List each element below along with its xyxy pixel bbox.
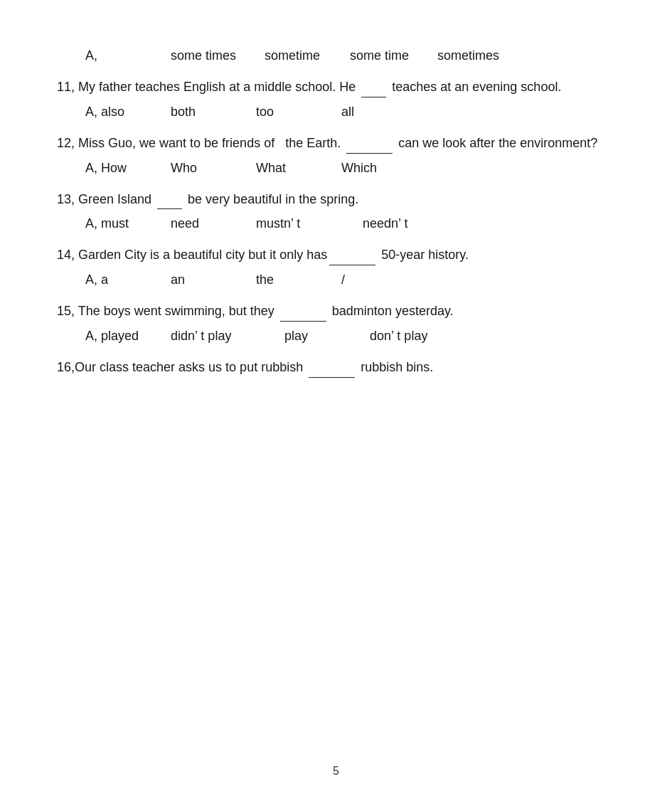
q15-number: 15, The boys went swimming, but they bad…	[57, 304, 454, 318]
page-number-text: 5	[333, 765, 339, 777]
q12-blank	[346, 132, 393, 154]
option-13-d: needn’ t	[363, 216, 420, 231]
options-row-14: A, a an the /	[85, 272, 615, 287]
option-11-label: A, also	[85, 105, 142, 120]
option-13-label: A, must	[85, 216, 142, 231]
option-11-d: all	[341, 105, 398, 120]
option-13-c: mustn’ t	[256, 216, 334, 231]
q12-number: 12, Miss Guo, we want to be friends of t…	[57, 136, 597, 150]
q16-blank	[309, 356, 355, 378]
options-row-12: A, How Who What Which	[85, 161, 615, 176]
option-10-a: some times	[171, 48, 236, 63]
option-10-d: sometimes	[437, 48, 499, 63]
question-15-text: 15, The boys went swimming, but they bad…	[57, 300, 615, 322]
question-10-options: A, some times sometime some time sometim…	[57, 48, 615, 63]
option-15-b: didn’ t play	[171, 329, 256, 344]
option-10-b: sometime	[265, 48, 321, 63]
option-15-d: don’ t play	[370, 329, 427, 344]
page-number: 5	[333, 765, 339, 778]
question-16: 16,Our class teacher asks us to put rubb…	[57, 356, 615, 378]
option-15-c: play	[284, 329, 341, 344]
option-14-c: the	[256, 272, 313, 287]
option-10-c: some time	[350, 48, 409, 63]
option-10-label: A,	[85, 48, 142, 63]
option-11-c: too	[256, 105, 313, 120]
question-14-text: 14, Garden City is a beautiful city but …	[57, 244, 615, 265]
question-12: 12, Miss Guo, we want to be friends of t…	[57, 132, 615, 176]
q15-blank	[280, 300, 326, 322]
option-13-b: need	[171, 216, 228, 231]
q16-number: 16,Our class teacher asks us to put rubb…	[57, 360, 433, 374]
option-11-b: both	[171, 105, 228, 120]
option-12-label: A, How	[85, 161, 142, 176]
options-row-10: A, some times sometime some time sometim…	[85, 48, 615, 63]
question-13-text: 13, Green Island be very beautiful in th…	[57, 189, 615, 210]
q14-number: 14, Garden City is a beautiful city but …	[57, 248, 469, 262]
q11-blank	[361, 76, 386, 97]
question-12-text: 12, Miss Guo, we want to be friends of t…	[57, 132, 615, 154]
question-13: 13, Green Island be very beautiful in th…	[57, 189, 615, 232]
question-11: 11, My father teaches English at a middl…	[57, 76, 615, 120]
q11-number: 11, My father teaches English at a middl…	[57, 80, 561, 94]
options-row-15: A, played didn’ t play play don’ t play	[85, 329, 615, 344]
q13-blank	[157, 189, 182, 210]
question-16-text: 16,Our class teacher asks us to put rubb…	[57, 356, 615, 378]
option-14-d: /	[341, 272, 398, 287]
options-row-13: A, must need mustn’ t needn’ t	[85, 216, 615, 231]
option-12-c: What	[256, 161, 313, 176]
question-14: 14, Garden City is a beautiful city but …	[57, 244, 615, 287]
option-14-label: A, a	[85, 272, 142, 287]
question-11-text: 11, My father teaches English at a middl…	[57, 76, 615, 97]
question-15: 15, The boys went swimming, but they bad…	[57, 300, 615, 344]
q14-blank	[329, 244, 375, 265]
option-12-d: Which	[341, 161, 398, 176]
option-15-label: A, played	[85, 329, 142, 344]
option-14-b: an	[171, 272, 228, 287]
option-12-b: Who	[171, 161, 228, 176]
page: A, some times sometime some time sometim…	[0, 0, 672, 799]
q13-number: 13, Green Island be very beautiful in th…	[57, 192, 358, 206]
options-row-11: A, also both too all	[85, 105, 615, 120]
